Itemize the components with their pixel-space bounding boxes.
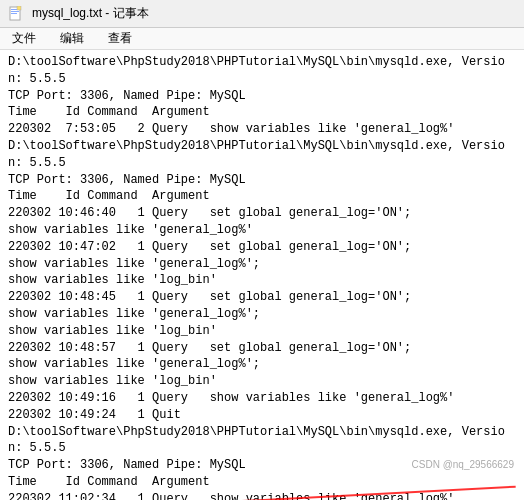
menu-bar: 文件 编辑 查看 <box>0 28 524 50</box>
log-line: 220302 10:49:16 1 Query show variables l… <box>8 390 516 407</box>
menu-edit[interactable]: 编辑 <box>56 29 88 48</box>
log-line: 220302 10:48:45 1 Query set global gener… <box>8 289 516 306</box>
log-line: 220302 10:49:24 1 Quit <box>8 407 516 424</box>
log-line: show variables like 'log_bin' <box>8 272 516 289</box>
menu-file[interactable]: 文件 <box>8 29 40 48</box>
log-line: 220302 7:53:05 2 Query show variables li… <box>8 121 516 138</box>
log-line: Time Id Command Argument <box>8 104 516 121</box>
svg-rect-3 <box>11 13 17 14</box>
title-bar: mysql_log.txt - 记事本 <box>0 0 524 28</box>
svg-rect-2 <box>11 11 19 12</box>
svg-rect-4 <box>17 6 21 10</box>
log-line: D:\toolSoftware\PhpStudy2018\PHPTutorial… <box>8 54 516 88</box>
notepad-icon <box>8 6 24 22</box>
log-line: show variables like 'general_log%' <box>8 222 516 239</box>
log-line: Time Id Command Argument <box>8 188 516 205</box>
log-line: 220302 10:48:57 1 Query set global gener… <box>8 340 516 357</box>
log-line: D:\toolSoftware\PhpStudy2018\PHPTutorial… <box>8 424 516 458</box>
log-line: Time Id Command Argument <box>8 474 516 491</box>
log-line: show variables like 'general_log%'; <box>8 256 516 273</box>
log-line: show variables like 'log_bin' <box>8 373 516 390</box>
log-line: 220302 11:02:34 1 Query show variables l… <box>8 491 516 500</box>
watermark: CSDN @nq_29566629 <box>412 459 514 470</box>
log-line: TCP Port: 3306, Named Pipe: MySQL <box>8 88 516 105</box>
log-line: 220302 10:47:02 1 Query set global gener… <box>8 239 516 256</box>
log-line: D:\toolSoftware\PhpStudy2018\PHPTutorial… <box>8 138 516 172</box>
log-line: 220302 10:46:40 1 Query set global gener… <box>8 205 516 222</box>
log-line: show variables like 'general_log%'; <box>8 356 516 373</box>
log-content: D:\toolSoftware\PhpStudy2018\PHPTutorial… <box>0 50 524 500</box>
log-line: show variables like 'general_log%'; <box>8 306 516 323</box>
log-line: TCP Port: 3306, Named Pipe: MySQL <box>8 172 516 189</box>
menu-view[interactable]: 查看 <box>104 29 136 48</box>
window-title: mysql_log.txt - 记事本 <box>32 5 149 22</box>
log-line: show variables like 'log_bin' <box>8 323 516 340</box>
